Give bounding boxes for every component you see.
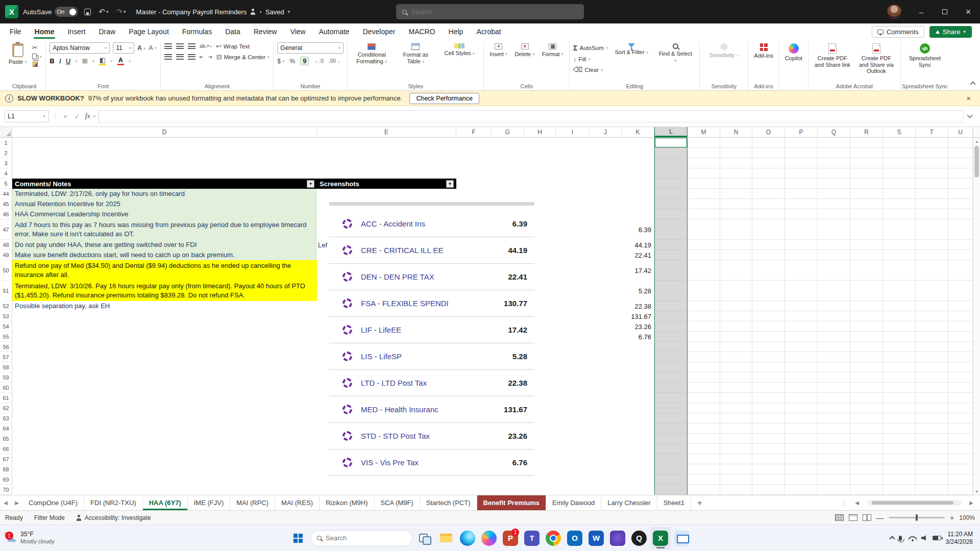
word-taskbar-button[interactable]: W: [586, 527, 606, 549]
cell-styles-button[interactable]: Cell Styles ▾: [439, 42, 480, 58]
sheet-tab-sca-m9f[interactable]: SCA (M9F): [375, 495, 420, 510]
cell-M44[interactable]: [688, 189, 720, 199]
cell-M70[interactable]: [688, 485, 720, 495]
cell-L48[interactable]: [654, 240, 688, 250]
dismiss-warning-icon[interactable]: ×: [962, 94, 975, 103]
cell-L63[interactable]: [654, 413, 688, 423]
maximize-button[interactable]: [933, 0, 957, 23]
column-header-M[interactable]: M: [688, 127, 720, 137]
cell-O47[interactable]: [752, 219, 785, 240]
cell-K58[interactable]: [622, 362, 654, 372]
cell-T2[interactable]: [916, 148, 948, 158]
row-header-59[interactable]: 59: [0, 372, 12, 383]
cell-T48[interactable]: [916, 240, 948, 250]
cell-T60[interactable]: [916, 383, 948, 393]
cell-S5[interactable]: [883, 179, 916, 189]
cell-L5[interactable]: [654, 179, 688, 189]
cell-O62[interactable]: [752, 403, 785, 413]
cell-J61[interactable]: [590, 393, 622, 403]
cell-P1[interactable]: [785, 138, 818, 148]
select-all-button[interactable]: [0, 127, 12, 137]
cell-K57[interactable]: [622, 352, 654, 362]
cell-N48[interactable]: [720, 240, 752, 250]
cell-P62[interactable]: [785, 403, 818, 413]
align-left-button[interactable]: [164, 54, 172, 60]
cell-D59[interactable]: [12, 372, 317, 383]
comment-cell-row-44[interactable]: Terminated, LDW: 2/17/26, only pay for h…: [12, 189, 317, 199]
deduction-amount-cell-k50[interactable]: 17.42: [622, 260, 654, 281]
cell-P50[interactable]: [785, 260, 818, 281]
cell-M57[interactable]: [688, 352, 720, 362]
cell-I64[interactable]: [556, 423, 590, 434]
sheet-tab-fdi-nr2-txu[interactable]: FDI (NR2-TXU): [84, 495, 143, 510]
cell-K65[interactable]: [622, 434, 654, 444]
row-header-5[interactable]: 5: [0, 179, 12, 189]
cell-N44[interactable]: [720, 189, 752, 199]
cell-U50[interactable]: [948, 260, 973, 281]
cell-U57[interactable]: [948, 352, 973, 362]
cell-J58[interactable]: [590, 362, 622, 372]
cell-R60[interactable]: [850, 383, 883, 393]
create-pdf-outlook-button[interactable]: Create PDF and Share via Outlook: [856, 42, 897, 76]
cell-P64[interactable]: [785, 423, 818, 434]
cell-M45[interactable]: [688, 199, 720, 209]
cell-K66[interactable]: [622, 444, 654, 454]
row-header-48[interactable]: 48: [0, 240, 12, 250]
cell-N64[interactable]: [720, 423, 752, 434]
cell-M67[interactable]: [688, 454, 720, 464]
cell-Q45[interactable]: [818, 199, 850, 209]
battery-icon[interactable]: [933, 536, 941, 540]
cell-I2[interactable]: [556, 148, 590, 158]
deduction-amount-cell-k51[interactable]: 5.28: [622, 281, 654, 301]
cell-Q46[interactable]: [818, 209, 850, 219]
autosum-button[interactable]: ΣAutoSum▾: [573, 44, 608, 52]
cell-J45[interactable]: [590, 199, 622, 209]
teams-taskbar-button[interactable]: T: [522, 527, 542, 549]
row-header-61[interactable]: 61: [0, 393, 12, 403]
benefit-premiums-screenshot-image[interactable]: ACC - Accident Ins6.39CRE - CRITICAL ILL…: [329, 195, 534, 488]
cell-I60[interactable]: [556, 383, 590, 393]
cell-M55[interactable]: [688, 332, 720, 342]
cell-N45[interactable]: [720, 199, 752, 209]
cell-O51[interactable]: [752, 281, 785, 301]
fill-button[interactable]: ↓Fill▾: [573, 55, 608, 63]
sheet-tab-compone-u4f[interactable]: CompOne (U4F): [22, 495, 84, 510]
cell-R59[interactable]: [850, 372, 883, 383]
cell-O3[interactable]: [752, 158, 785, 168]
cell-S45[interactable]: [883, 199, 916, 209]
cell-M69[interactable]: [688, 474, 720, 485]
insert-cells-button[interactable]: +Insert▾: [487, 42, 509, 59]
cell-O53[interactable]: [752, 311, 785, 321]
cell-O63[interactable]: [752, 413, 785, 423]
comments-button[interactable]: Comments: [872, 26, 924, 38]
tab-options-icon[interactable]: ⋮: [840, 499, 847, 507]
cell-J5[interactable]: [590, 179, 622, 189]
cell-Q53[interactable]: [818, 311, 850, 321]
cell-T55[interactable]: [916, 332, 948, 342]
cell-O44[interactable]: [752, 189, 785, 199]
zoom-in-button[interactable]: +: [950, 514, 954, 522]
filter-dropdown-icon[interactable]: ▼: [446, 180, 454, 188]
cell-S52[interactable]: [883, 301, 916, 311]
cell-S62[interactable]: [883, 403, 916, 413]
cell-I51[interactable]: [556, 281, 590, 301]
cell-J69[interactable]: [590, 474, 622, 485]
row-header-69[interactable]: 69: [0, 474, 12, 485]
cell-Q51[interactable]: [818, 281, 850, 301]
cell-I50[interactable]: [556, 260, 590, 281]
cell-P51[interactable]: [785, 281, 818, 301]
cell-I58[interactable]: [556, 362, 590, 372]
cell-D61[interactable]: [12, 393, 317, 403]
cell-D64[interactable]: [12, 423, 317, 434]
chrome-taskbar-button[interactable]: [543, 527, 564, 549]
cell-J2[interactable]: [590, 148, 622, 158]
cell-U59[interactable]: [948, 372, 973, 383]
cell-U49[interactable]: [948, 250, 973, 260]
cell-P45[interactable]: [785, 199, 818, 209]
row-header-56[interactable]: 56: [0, 342, 12, 352]
cell-U54[interactable]: [948, 321, 973, 332]
cell-I46[interactable]: [556, 209, 590, 219]
cell-Q1[interactable]: [818, 138, 850, 148]
cell-T69[interactable]: [916, 474, 948, 485]
cell-K68[interactable]: [622, 464, 654, 474]
